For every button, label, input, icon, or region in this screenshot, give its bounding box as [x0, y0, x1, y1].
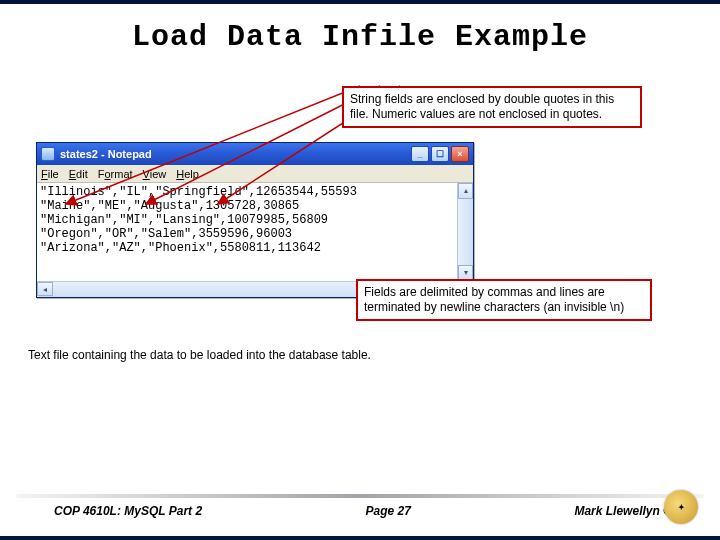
- close-button[interactable]: ×: [451, 146, 469, 162]
- footer-page: Page 27: [366, 504, 411, 518]
- notepad-title: states2 - Notepad: [60, 148, 411, 160]
- callout-string-fields: String fields are enclosed by double quo…: [342, 86, 642, 128]
- notepad-menubar: File Edit Format View Help: [37, 165, 473, 183]
- notepad-content[interactable]: "Illinois","IL","Springfield",12653544,5…: [37, 183, 457, 281]
- minimize-button[interactable]: _: [411, 146, 429, 162]
- maximize-button[interactable]: ☐: [431, 146, 449, 162]
- menu-help[interactable]: Help: [176, 168, 199, 180]
- menu-view[interactable]: View: [143, 168, 167, 180]
- footer-author: Mark Llewellyn ©: [574, 504, 672, 518]
- footer-divider: [16, 494, 704, 498]
- page-title: Load Data Infile Example: [0, 4, 720, 60]
- footer-course: COP 4610L: MySQL Part 2: [54, 504, 202, 518]
- notepad-icon: [41, 147, 55, 161]
- scroll-up-button[interactable]: ▴: [458, 183, 473, 199]
- scroll-left-button[interactable]: ◂: [37, 282, 53, 296]
- menu-file[interactable]: File: [41, 168, 59, 180]
- callout-delimiters: Fields are delimited by commas and lines…: [356, 279, 652, 321]
- menu-edit[interactable]: Edit: [69, 168, 88, 180]
- ucf-logo-icon: ✦: [664, 490, 698, 524]
- notepad-window: states2 - Notepad _ ☐ × File Edit Format…: [36, 142, 474, 298]
- callout-textfile: Text file containing the data to be load…: [22, 344, 482, 367]
- vertical-scrollbar[interactable]: ▴ ▾: [457, 183, 473, 281]
- slide-footer: COP 4610L: MySQL Part 2 Page 27 Mark Lle…: [0, 504, 720, 518]
- notepad-titlebar[interactable]: states2 - Notepad _ ☐ ×: [37, 143, 473, 165]
- menu-format[interactable]: Format: [98, 168, 133, 180]
